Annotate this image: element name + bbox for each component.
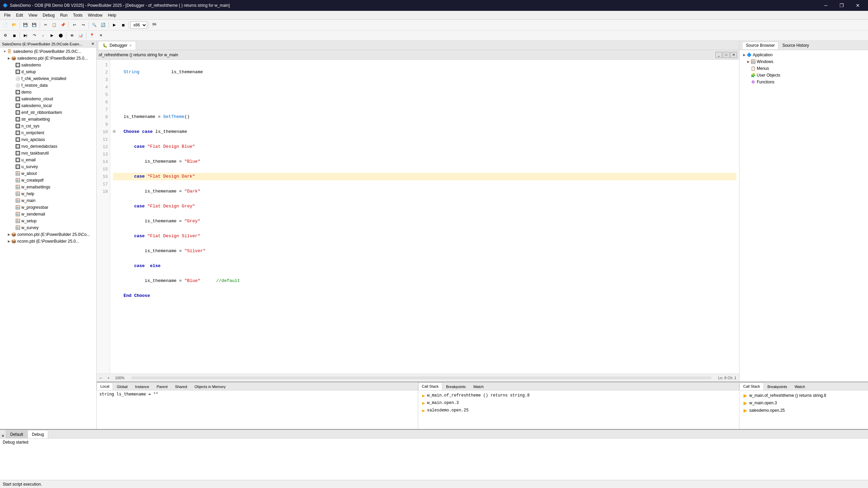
close-button[interactable]: ✕ xyxy=(850,0,865,11)
menu-view[interactable]: View xyxy=(26,12,40,19)
restore-button[interactable]: ❐ xyxy=(834,0,849,11)
tab-watch-right[interactable]: Watch xyxy=(791,383,809,390)
tree-w-createpdf[interactable]: 🪟 w_createpdf xyxy=(0,177,96,184)
tree-root[interactable]: ▼ 🗄 salesdemo (E:\PowerBuilder 25.0\C... xyxy=(0,48,96,55)
src-tree-application[interactable]: ▶ 🔷 Application xyxy=(741,52,867,58)
debugger-tab-close[interactable]: × xyxy=(130,44,132,47)
tree-d-setup[interactable]: 🔲 d_setup xyxy=(0,68,96,75)
tree-n-cst-sys[interactable]: 🔲 n_cst_sys xyxy=(0,123,96,129)
r-callstack-item-1[interactable]: ▶ w_main.of_refreshtheme () returns stri… xyxy=(742,392,865,399)
outer-close-btn[interactable]: ✕ xyxy=(1,434,4,438)
step-into-btn[interactable]: ▶| xyxy=(21,32,30,40)
watch-btn[interactable]: 👁 xyxy=(68,32,76,40)
clear-bp-btn[interactable]: ✕ xyxy=(97,32,105,40)
tab-breakpoints-right[interactable]: Breakpoints xyxy=(764,383,791,390)
more-btn[interactable]: 🏁 xyxy=(150,21,158,29)
step-over-btn[interactable]: ↷ xyxy=(30,32,38,40)
r-callstack-item-3[interactable]: ▶ salesdemo.open.25 xyxy=(742,407,865,414)
cut-btn[interactable]: ✂ xyxy=(41,21,50,29)
tree-common-pbl[interactable]: ▶ 📦 common.pbl (E:\PowerBuilder 25.0\Co.… xyxy=(0,231,96,238)
tree-nvo-derived[interactable]: 🔲 nvo_derivedabclass xyxy=(0,143,96,150)
tree-u-survey[interactable]: 🔲 u_survey xyxy=(0,163,96,170)
stop-btn[interactable]: ⏹ xyxy=(119,21,127,29)
callstack-item-2[interactable]: ▶ w_main.open.3 xyxy=(421,399,737,407)
new-btn[interactable]: 📄 xyxy=(1,21,9,29)
debug-start-btn[interactable]: ⚙ xyxy=(1,32,9,40)
scroll-slider[interactable] xyxy=(131,377,711,379)
tree-emf[interactable]: 🔲 emf_str_ribbonbaritem xyxy=(0,109,96,116)
code-text[interactable]: String ls_themename ls_themename = GetTh… xyxy=(110,60,739,373)
copy-btn[interactable]: 📋 xyxy=(50,21,58,29)
src-tree-windows[interactable]: ▶ 🪟 Windows xyxy=(741,58,867,65)
minimize-button[interactable]: ─ xyxy=(818,0,833,11)
editor-min-btn[interactable]: _ xyxy=(715,52,722,58)
tab-global[interactable]: Global xyxy=(113,383,131,390)
tab-source-browser[interactable]: Source Browser xyxy=(742,42,778,49)
tab-default[interactable]: Default xyxy=(6,430,27,438)
menu-run[interactable]: Run xyxy=(57,12,70,19)
tree-u-email[interactable]: 🔲 u_email xyxy=(0,157,96,163)
platform-select[interactable]: x86 x64 xyxy=(130,21,147,29)
menu-window[interactable]: Window xyxy=(85,12,105,19)
code-editor[interactable]: 1 2 3 4 5 6 7 ➤ 8 9 xyxy=(97,60,739,373)
toggle-bp-btn[interactable]: ⬤ xyxy=(57,32,65,40)
tree-w-help[interactable]: 🪟 w_help xyxy=(0,190,96,197)
run-btn[interactable]: ▶ xyxy=(110,21,118,29)
tree-nvo-taskbar[interactable]: 🔲 nvo_taskbarutil xyxy=(0,150,96,157)
close-tree-btn[interactable]: ✕ xyxy=(91,42,94,46)
tab-local[interactable]: Local xyxy=(97,383,113,390)
undo-btn[interactable]: ↩ xyxy=(70,21,78,29)
debug-stop-btn[interactable]: ⏹ xyxy=(10,32,18,40)
tree-w-setup[interactable]: 🪟 w_setup xyxy=(0,218,96,224)
menu-tools[interactable]: Tools xyxy=(70,12,85,19)
tree-w-progressbar[interactable]: 🪟 w_progressbar xyxy=(0,204,96,211)
locals-btn[interactable]: 📊 xyxy=(77,32,85,40)
tab-callstack[interactable]: Call Stack xyxy=(418,383,443,390)
tab-breakpoints[interactable]: Breakpoints xyxy=(442,383,469,390)
src-tree-functions[interactable]: ⚙ Functions xyxy=(741,79,867,85)
tree-w-sendemail[interactable]: 🪟 w_sendemail xyxy=(0,211,96,218)
tree-w-survey[interactable]: 🪟 w_survey xyxy=(0,224,96,231)
tab-debug[interactable]: Debug xyxy=(27,430,48,438)
callstack-item-1[interactable]: ▶ w_main.of_refreshtheme () returns stri… xyxy=(421,392,737,399)
tree-nvo-api[interactable]: 🔲 nvo_apiclass xyxy=(0,136,96,143)
tab-instance[interactable]: Instance xyxy=(131,383,153,390)
tab-source-history[interactable]: Source History xyxy=(778,42,813,49)
paste-btn[interactable]: 📌 xyxy=(59,21,67,29)
tab-shared[interactable]: Shared xyxy=(171,383,191,390)
menu-debug[interactable]: Debug xyxy=(40,12,57,19)
tree-f-restore[interactable]: ⚪ f_restore_data xyxy=(0,82,96,89)
status-minus[interactable]: ─ xyxy=(99,376,102,380)
find-btn[interactable]: 🔍 xyxy=(90,21,98,29)
continue-btn[interactable]: ▶ xyxy=(48,32,56,40)
src-tree-menus[interactable]: 📋 Menus xyxy=(741,65,867,72)
tab-watch[interactable]: Watch xyxy=(469,383,487,390)
src-tree-user-objects[interactable]: 🧩 User Objects xyxy=(741,72,867,79)
tree-str-email[interactable]: 🔲 str_emailsetting xyxy=(0,116,96,123)
open-btn[interactable]: 📂 xyxy=(10,21,18,29)
tree-w-emailsettings[interactable]: 🪟 w_emailsettings xyxy=(0,184,96,190)
menu-edit[interactable]: Edit xyxy=(13,12,26,19)
status-plus[interactable]: + xyxy=(108,376,110,380)
editor-max-btn[interactable]: □ xyxy=(723,52,730,58)
tab-callstack-right[interactable]: Call Stack xyxy=(739,383,764,390)
debugger-tab[interactable]: 🐛 Debugger × xyxy=(98,41,136,50)
save-btn[interactable]: 💾 xyxy=(21,21,30,29)
menu-file[interactable]: File xyxy=(1,12,13,19)
save-all-btn[interactable]: 💾 xyxy=(30,21,38,29)
tab-parent[interactable]: Parent xyxy=(153,383,171,390)
r-callstack-item-2[interactable]: ▶ w_main.open.3 xyxy=(742,399,865,407)
tree-salesdemo-cloud[interactable]: 🔲 salesdemo_cloud xyxy=(0,96,96,102)
tree-n-smtp[interactable]: 🔲 n_smtpclient xyxy=(0,129,96,136)
tree-salesdemo-pbl[interactable]: ▶ 📦 salesdemo.pbl (E:\PowerBuilder 25.0.… xyxy=(0,55,96,62)
system-tree-area[interactable]: ▼ 🗄 salesdemo (E:\PowerBuilder 25.0\C...… xyxy=(0,47,96,429)
redo-btn[interactable]: ↪ xyxy=(79,21,87,29)
menu-help[interactable]: Help xyxy=(105,12,119,19)
tree-w-about[interactable]: 🪟 w_about xyxy=(0,170,96,177)
bp-list-btn[interactable]: 📍 xyxy=(88,32,96,40)
tree-f-chk[interactable]: ⚪ f_chk_webview_installed xyxy=(0,75,96,82)
callstack-item-3[interactable]: ▶ salesdemo.open.25 xyxy=(421,407,737,414)
tree-nconn-pbl[interactable]: ▶ 📦 nconn.pbl (E:\PowerBuilder 25.0... xyxy=(0,238,96,245)
step-out-btn[interactable]: ↑ xyxy=(39,32,47,40)
tree-demo[interactable]: 🔲 demo xyxy=(0,89,96,96)
